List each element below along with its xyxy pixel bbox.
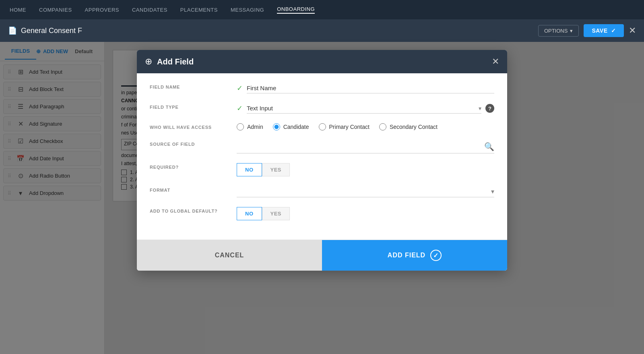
nav-home[interactable]: HOME <box>10 7 26 13</box>
modal-footer: CANCEL ADD FIELD ✓ <box>137 240 507 271</box>
radio-secondary-contact-label: Secondary Contact <box>390 124 438 130</box>
required-no-button[interactable]: NO <box>237 163 262 176</box>
required-yes-button[interactable]: YES <box>262 163 290 176</box>
nav-companies[interactable]: COMPANIES <box>39 7 72 13</box>
field-name-control: ✓ <box>237 83 494 93</box>
radio-primary-contact-input[interactable] <box>319 123 326 130</box>
modal-header-left: ⊕ Add Field <box>145 56 194 67</box>
radio-admin[interactable]: Admin <box>237 123 263 130</box>
add-field-button[interactable]: ADD FIELD ✓ <box>322 240 507 271</box>
field-name-input-wrapper: ✓ <box>237 83 494 93</box>
radio-primary-contact-label: Primary Contact <box>329 124 369 130</box>
global-default-no-button[interactable]: NO <box>237 207 262 220</box>
source-label: SOURCE OF FIELD <box>150 140 230 147</box>
source-row: SOURCE OF FIELD 🔍 <box>150 140 494 153</box>
modal-body: FIELD NAME ✓ FIELD TYPE ✓ <box>137 73 507 240</box>
field-type-check-icon: ✓ <box>237 104 243 113</box>
field-type-select[interactable]: Text Input Number Email Phone <box>247 103 479 113</box>
help-icon[interactable]: ? <box>485 104 494 113</box>
field-name-input[interactable] <box>247 83 494 93</box>
chevron-down-icon: ▾ <box>479 105 481 112</box>
required-label: REQUIRED? <box>150 163 230 170</box>
source-input[interactable] <box>237 143 484 150</box>
field-type-input-wrapper: ✓ Text Input Number Email Phone ▾ <box>237 103 481 114</box>
search-icon[interactable]: 🔍 <box>484 142 494 151</box>
top-nav: HOME COMPANIES APPROVERS CANDIDATES PLAC… <box>0 0 644 19</box>
nav-candidates[interactable]: CANDIDATES <box>132 7 167 13</box>
required-toggle-group: NO YES <box>237 163 494 176</box>
chevron-down-icon: ▾ <box>570 28 573 34</box>
header-left: 📄 General Consent F <box>8 26 82 35</box>
global-default-control: NO YES <box>237 207 494 220</box>
source-control: 🔍 <box>237 140 494 153</box>
modal-header: ⊕ Add Field ✕ <box>137 50 507 73</box>
access-radio-group: Admin Candidate Primary Contact <box>237 123 494 130</box>
access-label: WHO WILL HAVE ACCESS <box>150 123 230 130</box>
format-select-wrapper: ▾ <box>237 186 494 197</box>
field-type-select-wrapper: Text Input Number Email Phone ▾ <box>247 103 481 114</box>
nav-onboarding[interactable]: ONBOARDING <box>277 6 315 14</box>
access-control: Admin Candidate Primary Contact <box>237 123 494 130</box>
required-control: NO YES <box>237 163 494 176</box>
field-type-dropdown-row: ✓ Text Input Number Email Phone ▾ <box>237 103 494 114</box>
field-type-row: FIELD TYPE ✓ Text Input Number Email <box>150 103 494 114</box>
radio-secondary-contact-input[interactable] <box>379 123 386 130</box>
radio-candidate-label: Candidate <box>283 124 309 130</box>
radio-candidate[interactable]: Candidate <box>273 123 309 130</box>
add-field-check-icon: ✓ <box>430 250 442 261</box>
radio-admin-input[interactable] <box>237 123 244 130</box>
header-close-button[interactable]: ✕ <box>629 25 636 36</box>
document-icon: 📄 <box>8 26 17 35</box>
global-default-toggle-group: NO YES <box>237 207 494 220</box>
access-row: WHO WILL HAVE ACCESS Admin Candidate <box>150 123 494 130</box>
page-header: 📄 General Consent F OPTIONS ▾ SAVE ✓ ✕ <box>0 19 644 42</box>
cancel-button[interactable]: CANCEL <box>137 240 322 271</box>
field-type-control: ✓ Text Input Number Email Phone ▾ <box>237 103 494 114</box>
page-title: General Consent F <box>21 27 82 35</box>
field-name-check-icon: ✓ <box>237 84 243 93</box>
content-area: FIELDS ⊕ ADD NEW Default ⠿ ⊞ Add Text In… <box>0 42 644 354</box>
format-control: ▾ <box>237 186 494 197</box>
field-name-row: FIELD NAME ✓ <box>150 83 494 93</box>
format-label: FORMAT <box>150 186 230 193</box>
chevron-down-icon: ▾ <box>491 188 494 195</box>
modal-title: Add Field <box>157 57 194 66</box>
format-select[interactable] <box>237 188 491 195</box>
global-default-label: ADD TO GLOBAL DEFAULT? <box>150 207 230 213</box>
field-type-label: FIELD TYPE <box>150 103 230 110</box>
modal-overlay: ⊕ Add Field ✕ FIELD NAME ✓ <box>0 42 644 354</box>
nav-approvers[interactable]: APPROVERS <box>85 7 119 13</box>
add-field-icon: ⊕ <box>145 56 152 67</box>
add-field-label: ADD FIELD <box>388 252 425 259</box>
header-right: OPTIONS ▾ SAVE ✓ ✕ <box>538 24 636 37</box>
field-name-label: FIELD NAME <box>150 83 230 89</box>
nav-messaging[interactable]: MESSAGING <box>231 7 264 13</box>
source-field-wrapper: 🔍 <box>237 140 494 153</box>
nav-placements[interactable]: PLACEMENTS <box>180 7 218 13</box>
modal-close-button[interactable]: ✕ <box>492 56 499 67</box>
global-default-row: ADD TO GLOBAL DEFAULT? NO YES <box>150 207 494 220</box>
radio-secondary-contact[interactable]: Secondary Contact <box>379 123 438 130</box>
options-button[interactable]: OPTIONS ▾ <box>538 25 579 37</box>
radio-admin-label: Admin <box>247 124 263 130</box>
save-button[interactable]: SAVE ✓ <box>584 24 624 37</box>
check-icon: ✓ <box>611 27 616 34</box>
format-row: FORMAT ▾ <box>150 186 494 197</box>
required-row: REQUIRED? NO YES <box>150 163 494 176</box>
radio-candidate-input[interactable] <box>273 123 280 130</box>
add-field-modal: ⊕ Add Field ✕ FIELD NAME ✓ <box>137 50 507 271</box>
global-default-yes-button[interactable]: YES <box>262 207 290 220</box>
radio-primary-contact[interactable]: Primary Contact <box>319 123 369 130</box>
